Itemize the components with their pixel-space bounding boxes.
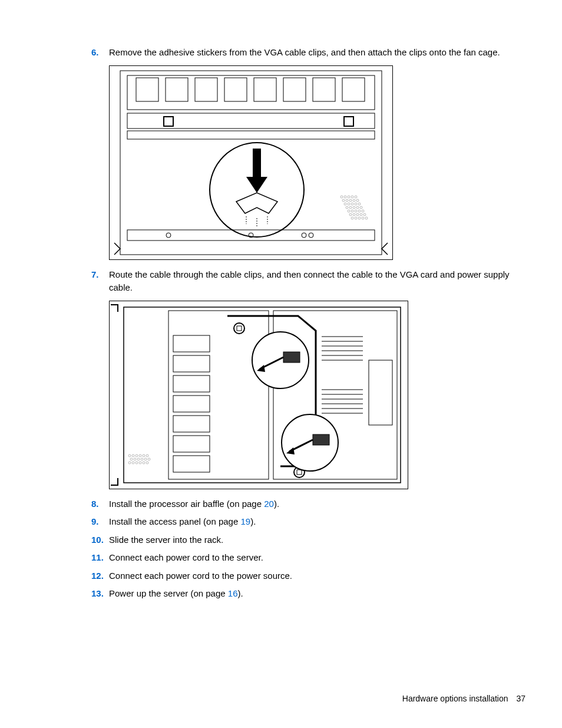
step-number: 8. xyxy=(91,498,109,511)
text-suffix: ). xyxy=(274,499,279,509)
svg-point-19 xyxy=(344,196,346,198)
svg-rect-1 xyxy=(127,75,375,110)
step-number: 10. xyxy=(91,533,109,547)
step-number: 13. xyxy=(91,587,109,601)
text-suffix: ). xyxy=(237,588,243,598)
svg-point-80 xyxy=(132,462,134,464)
svg-point-78 xyxy=(148,458,150,460)
svg-rect-58 xyxy=(124,307,401,483)
svg-point-72 xyxy=(146,454,148,457)
svg-point-103 xyxy=(252,332,309,388)
step-text: Remove the adhesive stickers from the VG… xyxy=(109,46,527,60)
step-8: 8. Install the processor air baffle (on … xyxy=(91,498,527,511)
svg-point-84 xyxy=(146,462,148,464)
svg-point-35 xyxy=(353,206,355,209)
step-text: Connect each power cord to the server. xyxy=(109,551,527,565)
svg-rect-66 xyxy=(173,456,210,472)
svg-point-56 xyxy=(302,233,306,238)
step-number: 6. xyxy=(91,46,109,60)
svg-point-31 xyxy=(355,203,357,205)
page-link[interactable]: 19 xyxy=(240,516,250,526)
svg-point-75 xyxy=(137,458,140,460)
step-7: 7. Route the cable through the cable cli… xyxy=(91,268,527,295)
svg-point-40 xyxy=(355,210,357,212)
svg-point-51 xyxy=(362,217,364,219)
step-text: Route the cable through the cable clips,… xyxy=(109,268,527,295)
step-9: 9. Install the access panel (on page 19)… xyxy=(91,515,527,529)
svg-point-57 xyxy=(309,233,313,238)
step-11: 11. Connect each power cord to the serve… xyxy=(91,551,527,565)
svg-point-81 xyxy=(135,462,138,464)
svg-point-68 xyxy=(132,454,134,457)
step-6: 6. Remove the adhesive stickers from the… xyxy=(91,46,527,60)
text-suffix: ). xyxy=(250,516,256,526)
step-text: Connect each power cord to the power sou… xyxy=(109,569,527,583)
svg-rect-3 xyxy=(166,78,188,101)
svg-point-38 xyxy=(348,210,350,212)
step-text: Install the access panel (on page 19). xyxy=(109,515,527,529)
figure-cable-route-connect xyxy=(109,301,408,489)
svg-rect-65 xyxy=(173,436,210,452)
svg-point-52 xyxy=(365,217,368,219)
step-number: 7. xyxy=(91,268,109,295)
svg-point-44 xyxy=(353,213,355,216)
svg-rect-12 xyxy=(344,117,353,126)
svg-point-29 xyxy=(348,203,350,205)
svg-point-45 xyxy=(356,213,359,216)
step-number: 11. xyxy=(91,551,109,565)
svg-point-79 xyxy=(128,462,131,464)
svg-point-47 xyxy=(363,213,366,216)
svg-rect-61 xyxy=(173,355,210,372)
svg-rect-4 xyxy=(195,78,217,101)
step-12: 12. Connect each power cord to the power… xyxy=(91,569,527,583)
svg-rect-64 xyxy=(173,416,210,432)
svg-point-46 xyxy=(360,213,362,216)
svg-point-50 xyxy=(358,217,361,219)
svg-point-54 xyxy=(166,233,171,238)
svg-rect-104 xyxy=(283,352,300,363)
svg-point-82 xyxy=(139,462,141,464)
footer-section: Hardware options installation xyxy=(402,694,508,703)
text-prefix: Install the processor air baffle (on pag… xyxy=(109,499,264,509)
footer-page-number: 37 xyxy=(516,694,525,703)
svg-rect-8 xyxy=(313,78,335,101)
svg-point-43 xyxy=(349,213,352,216)
svg-point-28 xyxy=(344,203,346,205)
page-link[interactable]: 20 xyxy=(264,499,274,509)
svg-point-33 xyxy=(346,206,348,209)
svg-rect-102 xyxy=(369,360,392,425)
text-prefix: Install the access panel (on page xyxy=(109,516,240,526)
svg-rect-6 xyxy=(254,78,276,101)
svg-point-27 xyxy=(356,199,359,202)
svg-point-76 xyxy=(141,458,143,460)
svg-point-36 xyxy=(356,206,359,209)
svg-rect-62 xyxy=(173,375,210,392)
svg-point-20 xyxy=(348,196,350,198)
page-link[interactable]: 16 xyxy=(228,588,238,598)
step-text: Slide the server into the rack. xyxy=(109,533,527,547)
svg-point-69 xyxy=(135,454,138,457)
svg-rect-2 xyxy=(136,78,158,101)
svg-point-21 xyxy=(351,196,353,198)
step-text: Install the processor air baffle (on pag… xyxy=(109,498,527,511)
svg-point-73 xyxy=(130,458,133,460)
page-footer: Hardware options installation 37 xyxy=(402,694,525,703)
svg-point-22 xyxy=(355,196,357,198)
svg-point-85 xyxy=(234,323,244,334)
svg-point-49 xyxy=(355,217,357,219)
svg-rect-9 xyxy=(342,78,365,101)
step-number: 9. xyxy=(91,515,109,529)
svg-rect-5 xyxy=(224,78,247,101)
svg-rect-106 xyxy=(313,434,329,445)
svg-point-25 xyxy=(349,199,352,202)
svg-point-26 xyxy=(353,199,355,202)
svg-point-39 xyxy=(351,210,353,212)
page-content: 6. Remove the adhesive stickers from the… xyxy=(0,0,562,601)
svg-point-23 xyxy=(342,199,345,202)
step-10: 10. Slide the server into the rack. xyxy=(91,533,527,547)
step-13: 13. Power up the server (on page 16). xyxy=(91,587,527,601)
svg-rect-63 xyxy=(173,396,210,412)
svg-point-71 xyxy=(143,454,145,457)
figure-cable-clip-attach xyxy=(109,65,393,260)
svg-point-42 xyxy=(362,210,364,212)
